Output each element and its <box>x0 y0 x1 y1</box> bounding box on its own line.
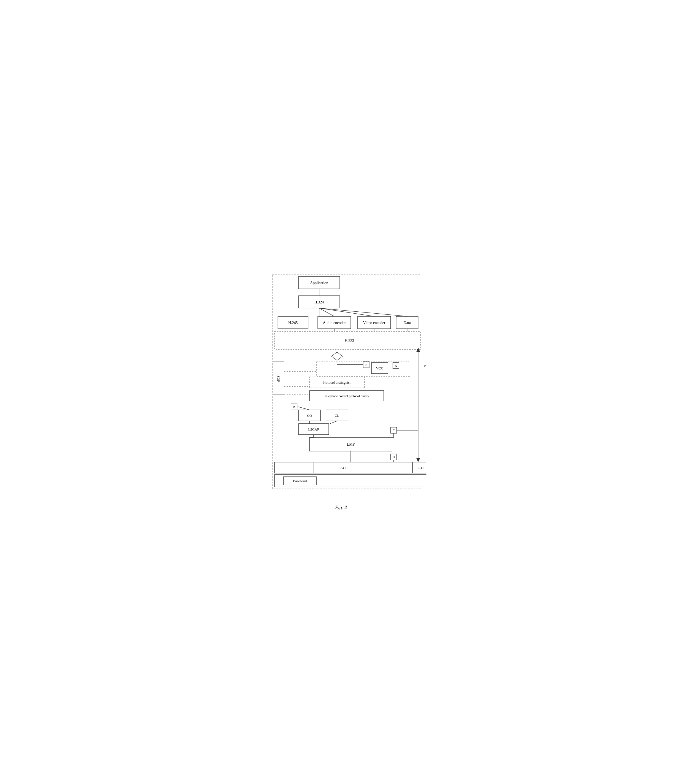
svg-rect-4 <box>298 296 340 308</box>
svg-text:LMP: LMP <box>347 442 355 446</box>
svg-line-15 <box>319 308 334 316</box>
svg-text:A: A <box>395 364 397 367</box>
svg-line-16 <box>319 308 374 316</box>
svg-rect-9 <box>318 316 351 329</box>
svg-rect-11 <box>358 316 390 329</box>
svg-text:CL: CL <box>335 413 339 417</box>
svg-line-82 <box>298 407 309 410</box>
svg-marker-24 <box>331 352 343 360</box>
diagram-lines: Application H.324 H.245 Audio encoder Vi… <box>256 274 426 499</box>
svg-rect-18 <box>274 331 421 349</box>
svg-marker-27 <box>416 347 420 352</box>
svg-rect-0 <box>272 274 421 489</box>
diagram-container: Application H.324 H.245 Audio encoder Vi… <box>256 274 426 499</box>
svg-rect-34 <box>393 363 399 369</box>
svg-rect-44 <box>291 404 297 410</box>
svg-text:C: C <box>393 429 395 432</box>
svg-text:E: E <box>365 363 367 367</box>
svg-rect-36 <box>273 361 284 394</box>
svg-line-17 <box>319 308 407 316</box>
svg-text:ACL: ACL <box>340 466 347 470</box>
svg-rect-29 <box>316 361 410 376</box>
svg-text:H.324: H.324 <box>314 300 324 304</box>
svg-rect-30 <box>363 362 369 368</box>
svg-rect-46 <box>298 410 320 421</box>
svg-text:Audio encoder: Audio encoder <box>323 321 346 325</box>
svg-rect-62 <box>274 462 412 473</box>
svg-text:D: D <box>393 456 395 459</box>
svg-rect-7 <box>278 316 308 329</box>
figure-caption: Fig. 4 <box>256 505 426 511</box>
svg-rect-32 <box>371 363 388 374</box>
svg-text:Data: Data <box>403 321 411 325</box>
svg-rect-67 <box>284 477 316 485</box>
fig-title: Fig. 4 <box>335 505 347 510</box>
svg-rect-42 <box>309 390 384 401</box>
page: Application H.324 H.245 Audio encoder Vi… <box>245 263 437 521</box>
svg-line-57 <box>330 421 337 424</box>
svg-rect-60 <box>390 454 397 460</box>
svg-rect-66 <box>274 475 426 487</box>
svg-text:VCC: VCC <box>376 366 383 370</box>
svg-rect-1 <box>298 276 340 289</box>
svg-rect-50 <box>298 424 329 435</box>
svg-text:H.245: H.245 <box>288 321 298 325</box>
svg-text:SDP: SDP <box>276 376 280 382</box>
svg-text:Telephone control protocol bin: Telephone control protocol binary <box>324 394 369 398</box>
svg-text:L2CAP: L2CAP <box>308 427 319 431</box>
svg-text:Protocol distinguish: Protocol distinguish <box>322 381 351 384</box>
svg-text:Video encoder: Video encoder <box>363 321 386 325</box>
svg-rect-54 <box>309 437 392 451</box>
svg-rect-40 <box>309 377 365 388</box>
svg-text:SCO: SCO <box>416 466 424 470</box>
svg-rect-64 <box>413 462 426 473</box>
svg-rect-13 <box>396 316 418 329</box>
svg-text:H.223: H.223 <box>344 339 354 343</box>
svg-marker-72 <box>416 458 420 462</box>
svg-text:Voice and video synchronizatio: Voice and video synchronization control <box>424 364 426 368</box>
svg-text:CO: CO <box>307 413 312 417</box>
svg-text:Application: Application <box>310 281 328 285</box>
svg-text:Baseband: Baseband <box>293 479 307 483</box>
svg-rect-52 <box>390 427 397 433</box>
svg-text:B: B <box>293 405 295 408</box>
svg-rect-48 <box>326 410 348 421</box>
